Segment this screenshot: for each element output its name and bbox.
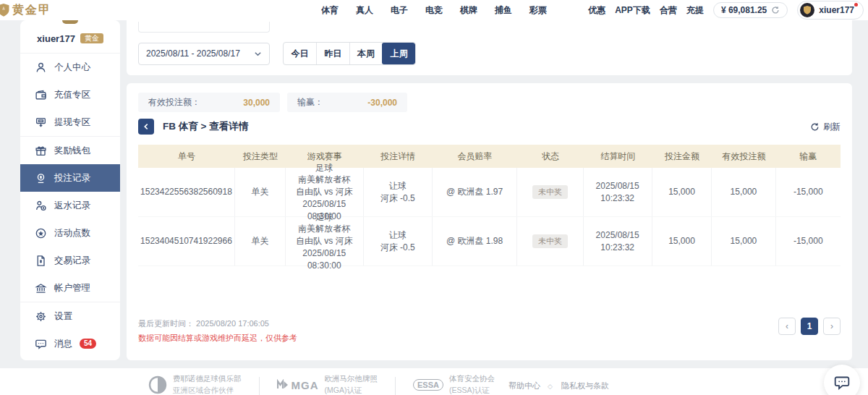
cell-valid-amount: 15,000 — [712, 168, 775, 216]
sidebar-item-label: 奖励钱包 — [54, 145, 90, 157]
chat-bubble-icon — [35, 338, 47, 350]
winloss-chip: 输赢： -30,000 — [287, 93, 407, 112]
next-page-button[interactable]: › — [823, 318, 841, 335]
notification-dot — [854, 3, 858, 7]
sidebar-item-withdraw[interactable]: 提现专区 — [20, 109, 120, 136]
menu-cards[interactable]: 棋牌 — [460, 4, 477, 17]
main-content: 2025/08/11 - 2025/08/17 今日 昨日 本周 上周 有效投注… — [127, 0, 852, 395]
refresh-button[interactable]: 刷新 — [810, 121, 841, 133]
back-button[interactable] — [138, 119, 154, 135]
sidebar-item-account-management[interactable]: 帐户管理 — [20, 274, 120, 302]
essa-logo: ESSA — [413, 379, 443, 391]
menu-sports[interactable]: 体育 — [321, 4, 339, 17]
prev-page-button[interactable]: ‹ — [778, 318, 796, 335]
cell-valid-amount: 15,000 — [712, 217, 775, 266]
col-winloss: 输赢 — [776, 150, 841, 163]
detail-title: FB 体育 > 查看详情 — [163, 120, 248, 133]
top-navbar: 黄金甲 体育 真人 电子 电竞 棋牌 捕鱼 彩票 优惠 APP下载 合营 充提 … — [0, 0, 868, 20]
cert-essa-subtitle: (ESSA)认证 — [449, 386, 495, 395]
col-bet-type: 投注类型 — [235, 150, 286, 163]
summary-chips: 有效投注额： 30,000 输赢： -30,000 — [138, 93, 407, 112]
today-button[interactable]: 今日 — [284, 43, 316, 64]
sidebar-item-label: 设置 — [54, 310, 72, 323]
last-updated-text: 最后更新时间： 2025/08/20 17:06:05 — [138, 318, 297, 329]
menu-live[interactable]: 真人 — [356, 4, 373, 17]
quick-date-buttons: 今日 昨日 本周 上周 — [283, 42, 416, 65]
col-game-event: 游戏赛事 — [286, 150, 364, 163]
sidebar-item-personal-center[interactable]: 个人中心 — [20, 54, 120, 81]
col-bet-detail: 投注详情 — [364, 150, 433, 163]
cell-bet-type: 单关 — [235, 217, 286, 266]
sidebar-item-deposit[interactable]: 充值专区 — [20, 81, 120, 109]
message-count-badge: 54 — [80, 339, 96, 349]
footer-links: 帮助中心 ◇ 隐私权与条款 — [509, 381, 609, 391]
cell-settle-time: 2025/08/15 10:23:32 — [584, 168, 652, 216]
col-odds: 会员赔率 — [433, 150, 517, 163]
brand-logo[interactable]: 黄金甲 — [0, 3, 51, 18]
sidebar-item-label: 活动点数 — [54, 227, 90, 239]
cell-bet-type: 单关 — [235, 168, 286, 216]
sidebar-username: xiuer177 — [37, 33, 75, 44]
atm-withdraw-icon — [35, 116, 47, 129]
page-1-button[interactable]: 1 — [801, 318, 818, 335]
sidebar-item-label: 帐户管理 — [54, 282, 90, 294]
cert-mga-title: 欧洲马尔他牌照 — [325, 374, 378, 384]
sidebar-item-reward-wallet[interactable]: 奖励钱包 — [20, 137, 120, 164]
sidebar-item-transaction-records[interactable]: 交易记录 — [20, 247, 120, 274]
menu-lottery[interactable]: 彩票 — [529, 4, 547, 17]
yesterday-button[interactable]: 昨日 — [316, 43, 349, 64]
menu-fishing[interactable]: 捕鱼 — [495, 4, 512, 17]
link-promotions[interactable]: 优惠 — [588, 4, 605, 17]
cell-status: 未中奖 — [517, 217, 583, 266]
cell-status: 未中奖 — [517, 168, 583, 216]
topbar-right: 优惠 APP下载 合营 充提 ¥ 69,081.25 xiuer177 — [588, 1, 864, 20]
help-center-link[interactable]: 帮助中心 — [509, 381, 540, 391]
avatar — [800, 3, 814, 17]
sidebar-item-messages[interactable]: 消息 54 — [20, 330, 120, 357]
link-partnership[interactable]: 合营 — [660, 4, 677, 17]
certifications: 费耶诺德足球俱乐部 亚洲区域合作伙伴 MGA 欧洲马尔他牌照 (MGA)认证 E… — [148, 374, 512, 395]
sidebar-item-rebate-records[interactable]: 返水记录 — [20, 192, 120, 219]
disclaimer-text: 数据可能因结算或游戏维护而延迟，仅供参考 — [138, 333, 297, 344]
sidebar-item-activity-points[interactable]: 活动点数 — [20, 219, 120, 247]
cell-game-event: 足球 南美解放者杯 自由队 vs 河床 2025/08/15 08:30:00 — [286, 217, 364, 266]
winloss-value: -30,000 — [367, 98, 397, 108]
cell-odds: @ 欧洲盘 1.97 — [433, 168, 517, 216]
link-app-download[interactable]: APP下载 — [615, 4, 650, 17]
mga-logo: MGA — [277, 379, 319, 391]
sidebar-item-label: 充值专区 — [54, 89, 90, 101]
link-deposit-withdraw[interactable]: 充提 — [686, 4, 704, 17]
balance-display[interactable]: ¥ 69,081.25 — [713, 2, 788, 18]
cert-club-title: 费耶诺德足球俱乐部 — [173, 374, 242, 384]
cell-order-id: 1523404510741922966 — [138, 217, 235, 266]
cell-settle-time: 2025/08/15 10:23:32 — [584, 217, 652, 266]
last-week-button[interactable]: 上周 — [382, 43, 415, 64]
game-select-cropped[interactable] — [138, 22, 270, 33]
valid-bet-chip: 有效投注额： 30,000 — [138, 93, 280, 112]
chevron-down-icon — [254, 50, 262, 58]
date-range-picker[interactable]: 2025/08/11 - 2025/08/17 — [138, 43, 270, 65]
customer-service-chat-button[interactable] — [824, 365, 860, 395]
sidebar-item-settings[interactable]: 设置 — [20, 302, 120, 330]
date-range-value: 2025/08/11 - 2025/08/17 — [146, 48, 240, 59]
privacy-terms-link[interactable]: 隐私权与条款 — [561, 381, 609, 391]
menu-esports[interactable]: 电竞 — [425, 4, 443, 17]
cell-game-event: 足球 南美解放者杯 自由队 vs 河床 2025/08/15 08:30:00 — [286, 168, 364, 216]
mga-logo-text: MGA — [292, 379, 319, 391]
status-badge: 未中奖 — [532, 234, 568, 248]
table-row: 1523404510741922966 单关 足球 南美解放者杯 自由队 vs … — [138, 217, 841, 266]
bet-records-table: 单号 投注类型 游戏赛事 投注详情 会员赔率 状态 结算时间 投注金额 有效投注… — [138, 145, 841, 266]
refresh-icon — [810, 122, 820, 132]
cell-bet-amount: 15,000 — [652, 168, 712, 216]
sidebar-item-bet-records[interactable]: 投注记录 — [20, 164, 120, 192]
vip-level-badge: 黄金 — [80, 33, 103, 43]
cell-winloss: -15,000 — [776, 168, 841, 216]
winloss-label: 输赢： — [297, 96, 323, 109]
main-menu: 体育 真人 电子 电竞 棋牌 捕鱼 彩票 — [321, 4, 547, 17]
user-account-button[interactable]: xiuer177 — [797, 1, 864, 20]
table-row: 1523422556382560918 单关 足球 南美解放者杯 自由队 vs … — [138, 168, 841, 217]
filter-row: 2025/08/11 - 2025/08/17 今日 昨日 本周 上周 — [138, 42, 416, 65]
refresh-balance-icon[interactable] — [771, 6, 780, 14]
this-week-button[interactable]: 本周 — [349, 43, 383, 64]
menu-slots[interactable]: 电子 — [391, 4, 408, 17]
